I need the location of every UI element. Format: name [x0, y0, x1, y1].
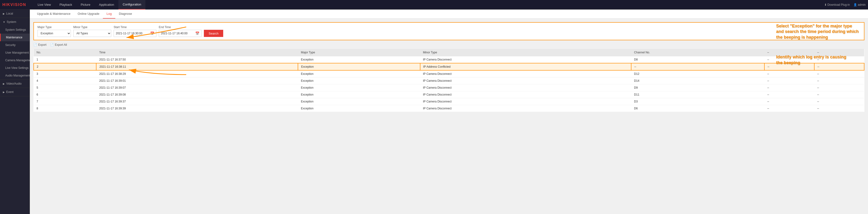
- sidebar-item-maintenance[interactable]: Maintenance: [0, 34, 30, 41]
- export-button[interactable]: 📄 Export: [33, 43, 46, 46]
- table-row[interactable]: 32021-11-17 16:38:29ExceptionIP Camera D…: [34, 70, 864, 77]
- arrow-icon: ▼: [3, 21, 5, 23]
- start-time-calendar-icon[interactable]: 📅: [149, 31, 155, 35]
- col-time: Time: [96, 49, 298, 56]
- cell-2-2: Exception: [298, 70, 420, 77]
- cell-4-4: D9: [631, 84, 765, 91]
- export-row: 📄 Export 📄 Export All: [33, 43, 864, 46]
- table-row[interactable]: 42021-11-17 16:39:01ExceptionIP Camera D…: [34, 77, 864, 84]
- cell-4-2: Exception: [298, 84, 420, 91]
- search-button[interactable]: Search: [204, 30, 223, 37]
- export-icon: 📄: [33, 43, 37, 46]
- start-time-group: Start Time 📅: [114, 26, 156, 37]
- cell-0-0: 1: [34, 56, 96, 63]
- export-all-button[interactable]: 📄 Export All: [50, 43, 67, 46]
- cell-3-3: IP Camera Disconnect: [420, 77, 631, 84]
- table-row[interactable]: 22021-11-17 16:38:11ExceptionIP Address …: [34, 63, 864, 70]
- sidebar-header-local[interactable]: ▶ Local: [0, 9, 30, 17]
- nav-picture[interactable]: Picture: [76, 0, 95, 9]
- cell-4-5: --: [765, 84, 814, 91]
- cell-2-4: D12: [631, 70, 765, 77]
- export-all-label: Export All: [55, 43, 67, 46]
- sidebar-item-audio-management[interactable]: Audio Management: [0, 72, 30, 79]
- end-time-input[interactable]: [161, 32, 194, 35]
- cell-3-6: --: [814, 77, 864, 84]
- sidebar-header-video-audio[interactable]: ▶ Video/Audio: [0, 80, 30, 88]
- minor-type-select[interactable]: All Types IP Camera Disconnect IP Addres…: [73, 30, 111, 37]
- cell-2-5: --: [765, 70, 814, 77]
- nav-configuration[interactable]: Configuration: [118, 0, 145, 9]
- cell-4-1: 2021-11-17 16:39:07: [96, 84, 298, 91]
- end-time-label: End Time: [159, 26, 202, 29]
- arrow-icon: ▶: [3, 12, 5, 15]
- end-time-calendar-icon[interactable]: 📅: [194, 31, 200, 35]
- cell-4-0: 5: [34, 84, 96, 91]
- tab-upgrade-maintenance[interactable]: Upgrade & Maintenance: [33, 9, 74, 19]
- tab-log[interactable]: Log: [103, 9, 115, 19]
- table-row[interactable]: 82021-11-17 16:39:39ExceptionIP Camera D…: [34, 105, 864, 112]
- sidebar-item-system-settings[interactable]: System Settings: [0, 26, 30, 34]
- cell-1-1: 2021-11-17 16:38:11: [96, 63, 298, 70]
- tab-online-upgrade[interactable]: Online Upgrade: [74, 9, 103, 19]
- logo: HIKVISION: [2, 3, 26, 7]
- col-channel-no: Channel No.: [631, 49, 765, 56]
- table-row[interactable]: 52021-11-17 16:39:07ExceptionIP Camera D…: [34, 84, 864, 91]
- cell-5-3: IP Camera Disconnect: [420, 91, 631, 98]
- cell-1-0: 2: [34, 63, 96, 70]
- cell-0-5: --: [765, 56, 814, 63]
- cell-2-0: 3: [34, 70, 96, 77]
- sidebar-header-event[interactable]: ▶ Event: [0, 88, 30, 96]
- admin-user-link[interactable]: 👤 admin: [854, 3, 866, 6]
- sidebar-section-local: ▶ Local: [0, 9, 30, 18]
- cell-0-6: --: [814, 56, 864, 63]
- sidebar-section-event: ▶ Event: [0, 88, 30, 96]
- header-row: No. Time Major Type Minor Type Channel N…: [34, 49, 864, 56]
- start-time-input[interactable]: [116, 32, 149, 35]
- sidebar-local-label: Local: [6, 12, 13, 15]
- arrow-icon: ▶: [3, 91, 5, 94]
- major-type-select[interactable]: Exception All Types Operation Informatio…: [37, 30, 71, 37]
- cell-6-3: IP Camera Disconnect: [420, 98, 631, 105]
- annotation-wrapper: Major Type Exception All Types Operation…: [33, 22, 864, 112]
- cell-7-0: 8: [34, 105, 96, 112]
- sidebar-item-user-management[interactable]: User Management: [0, 49, 30, 57]
- cell-5-4: D11: [631, 91, 765, 98]
- sidebar-section-video-audio: ▶ Video/Audio: [0, 80, 30, 88]
- content-area: Major Type Exception All Types Operation…: [30, 19, 868, 214]
- end-time-wrapper: 📅: [159, 30, 202, 37]
- sidebar-video-audio-label: Video/Audio: [6, 82, 22, 85]
- cell-1-4: --: [631, 63, 765, 70]
- sidebar-header-system[interactable]: ▼ System: [0, 18, 30, 26]
- download-plugin-link[interactable]: ⬇ Download Plug-in: [824, 3, 850, 6]
- cell-0-2: Exception: [298, 56, 420, 63]
- cell-6-6: --: [814, 98, 864, 105]
- sidebar-item-camera-management[interactable]: Camera Management: [0, 57, 30, 64]
- col-major-type: Major Type: [298, 49, 420, 56]
- nav-live-view[interactable]: Live View: [33, 0, 55, 9]
- log-table: No. Time Major Type Minor Type Channel N…: [33, 49, 864, 112]
- cell-4-3: IP Camera Disconnect: [420, 84, 631, 91]
- export-all-icon: 📄: [50, 43, 54, 46]
- cell-7-6: --: [814, 105, 864, 112]
- nav-right: ⬇ Download Plug-in 👤 admin: [824, 3, 866, 6]
- main-content: Upgrade & Maintenance Online Upgrade Log…: [30, 9, 868, 214]
- cell-1-3: IP Address Conflicted: [420, 63, 631, 70]
- cell-5-0: 6: [34, 91, 96, 98]
- table-row[interactable]: 12021-11-17 16:37:50ExceptionIP Camera D…: [34, 56, 864, 63]
- nav-playback[interactable]: Playback: [55, 0, 76, 9]
- cell-3-1: 2021-11-17 16:39:01: [96, 77, 298, 84]
- cell-6-2: Exception: [298, 98, 420, 105]
- sidebar-item-live-view-settings[interactable]: Live View Settings: [0, 64, 30, 72]
- cell-6-5: --: [765, 98, 814, 105]
- sidebar-item-security[interactable]: Security: [0, 41, 30, 49]
- col-extra1: --: [765, 49, 814, 56]
- table-row[interactable]: 62021-11-17 16:39:08ExceptionIP Camera D…: [34, 91, 864, 98]
- arrow-icon: ▶: [3, 82, 5, 85]
- tab-diagnose[interactable]: Diagnose: [115, 9, 135, 19]
- nav-application[interactable]: Application: [95, 0, 118, 9]
- cell-7-2: Exception: [298, 105, 420, 112]
- cell-5-1: 2021-11-17 16:39:08: [96, 91, 298, 98]
- logo-text: HIKVISION: [2, 3, 26, 7]
- sub-navigation: Upgrade & Maintenance Online Upgrade Log…: [30, 9, 868, 19]
- table-row[interactable]: 72021-11-17 16:39:37ExceptionIP Camera D…: [34, 98, 864, 105]
